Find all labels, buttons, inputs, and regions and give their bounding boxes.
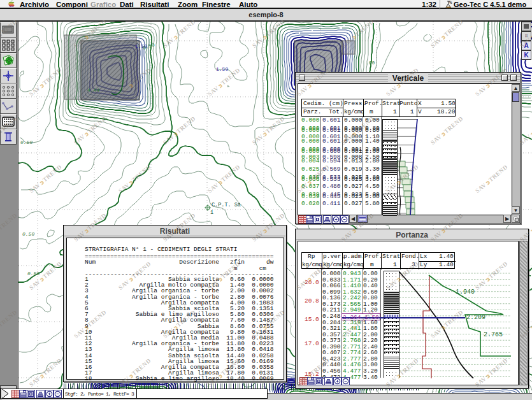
svg-text:.60: .60 <box>366 60 375 66</box>
svg-text:1.940: 1.940 <box>456 289 475 296</box>
svg-text:C.P.T. Sa: C.P.T. Sa <box>212 202 241 208</box>
svg-text:0.50: 0.50 <box>22 231 34 237</box>
svg-text:2.209: 2.209 <box>466 314 485 321</box>
svg-text:0.50: 0.50 <box>27 271 40 276</box>
svg-text:4.44: 4.44 <box>87 87 99 93</box>
svg-text:1: 1 <box>210 210 213 216</box>
svg-text:%: % <box>449 1 452 4</box>
svg-text:2.765: 2.765 <box>484 331 503 338</box>
svg-text:0.50: 0.50 <box>20 139 32 145</box>
svg-text:1.50: 1.50 <box>216 66 228 72</box>
